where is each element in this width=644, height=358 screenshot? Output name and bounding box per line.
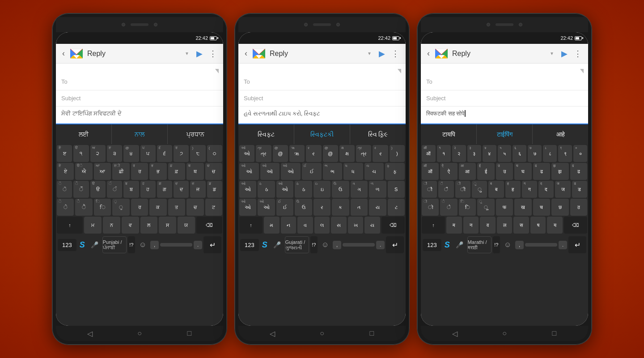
shift-key-3[interactable]: ↑ [422,217,445,234]
key-3-0-0[interactable]: ऑऑ [422,145,436,162]
key-1-0-6[interactable]: ੬੬ [157,145,172,162]
punctuation-key-2[interactable]: !? [310,236,318,253]
key-1-1-6[interactable]: ਫ਼ਫ਼ [168,163,185,180]
key-2-4-2[interactable]: ન [281,217,297,234]
key-1-1-2[interactable]: ਆਆ [94,163,111,180]
emoji-key-1[interactable]: ☺ [136,239,149,251]
key-2-4-4[interactable]: લ [314,217,330,234]
shift-key-1[interactable]: ↑ [57,217,83,234]
key-3-1-8[interactable]: ढढ [570,163,587,180]
key-2-0-9[interactable]: )) [390,145,405,162]
key-3-0-5[interactable]: ५५ [498,145,512,162]
key-3-3-0[interactable]: ोो [422,199,439,216]
key-2-4-7[interactable]: ય [364,217,380,234]
compose-subject-row-2[interactable]: Subject [238,90,406,107]
key-2-0-8[interactable]: રર [373,145,388,162]
expand-icon-1[interactable] [215,69,219,73]
key-3-1-6[interactable]: ढढ [533,163,550,180]
key-1-0-1[interactable]: ੳ੧ [73,145,89,162]
key-1-4-4[interactable]: ਲ [140,217,158,234]
key-2-1-4[interactable]: ભભ [323,163,343,180]
autocomplete-item-1-2[interactable]: ਪ੍ਰਧਾਨ [168,124,223,144]
key-1-0-3[interactable]: ੲ੩ [107,145,122,162]
key-2-2-3[interactable]: ઠઠ [295,181,312,198]
send-button-3[interactable]: ▶ [558,47,571,60]
compose-body-1[interactable]: ਸੇਵੀ ਟਾਇਪਿੰਗ ਸਵਿਫਟਕੀ ਦੇ [56,107,223,124]
send-button-1[interactable]: ▶ [193,47,206,60]
key-2-2-5[interactable]: ઉઉ [332,181,349,198]
mic-1[interactable]: 🎤 [88,241,101,249]
compose-subject-row-3[interactable]: Subject [421,90,588,107]
key-3-4-2[interactable]: न [463,217,479,234]
key-2-2-0[interactable]: ઓઓ [239,181,256,198]
key-1-0-9[interactable]: (੦ [207,145,222,162]
key-3-0-9[interactable]: ९९ [558,145,572,162]
nav-recent-1[interactable]: □ [165,329,214,337]
key-1-2-5[interactable]: ਹਹ [140,181,156,198]
nav-back-3[interactable]: ◁ [430,329,479,338]
key-3-4-1[interactable]: म [446,217,462,234]
key-3-2-8[interactable]: जज [555,181,570,198]
enter-key-3[interactable]: ↵ [568,236,586,253]
key-2-3-5[interactable]: ક [332,199,349,216]
key-3-1-1[interactable]: ऐऐ [440,163,457,180]
key-3-2-1[interactable]: ैै [438,181,453,198]
key-2-3-7[interactable]: ય [369,199,386,216]
num-key-3[interactable]: 123 [423,239,441,251]
compose-to-row-1[interactable]: To [56,73,223,90]
key-2-4-3[interactable]: વ [297,217,313,234]
key-3-0-10[interactable]: ०० [573,145,587,162]
nav-recent-2[interactable]: □ [347,329,397,337]
key-1-0-2[interactable]: ਅ੨ [90,145,106,162]
compose-body-3[interactable]: स्विफटकी सह सोपे​ [421,107,588,124]
key-2-3-8[interactable]: ટ [388,199,405,216]
space-key-2[interactable] [343,243,375,247]
key-1-2-7[interactable]: ਦਦ [174,181,189,198]
key-2-2-7[interactable]: ળળ [369,181,386,198]
key-2-1-5[interactable]: ધધ [343,163,363,180]
dropdown-icon-1[interactable]: ▼ [185,51,189,56]
key-1-3-7[interactable]: ਚ [186,199,203,216]
key-2-0-4[interactable]: રર [306,145,321,162]
punctuation-key-3[interactable]: !? [493,236,500,253]
key-1-2-0[interactable]: ੋੋ [57,181,72,198]
enter-key-1[interactable]: ↵ [203,236,221,253]
key-1-4-5[interactable]: ਸ [159,217,176,234]
key-1-2-8[interactable]: ਜਜ [190,181,205,198]
key-3-4-6[interactable]: ष [530,217,546,234]
key-2-0-1[interactable]: ત્રત્ર [256,145,271,162]
comma-key-1[interactable]: , [150,241,159,249]
key-2-1-2[interactable]: ઓઓ [281,163,301,180]
key-3-3-5[interactable]: ख [514,199,531,216]
key-1-1-0[interactable]: ੲੋਏ [57,163,74,180]
key-3-0-4[interactable]: ४४ [483,145,496,162]
key-1-3-1[interactable]: ੈੈ [75,199,92,216]
autocomplete-item-2-0[interactable]: સ્વિફ્ટ [238,124,294,144]
key-2-1-1[interactable]: ઓઑ [260,163,280,180]
key-3-0-3[interactable]: ३३ [467,145,481,162]
key-1-1-3[interactable]: ੲੀਛੀ [112,163,129,180]
autocomplete-item-2-2[interactable]: સ્વિ ફ઼િ૯ [350,124,406,144]
key-1-4-1[interactable]: ਮ [84,217,102,234]
key-2-0-2[interactable]: @@ [273,145,288,162]
key-1-2-9[interactable]: ਡਡ [207,181,222,198]
key-1-2-3[interactable]: ੰੰ [107,181,122,198]
key-1-0-5[interactable]: ਪਪ [140,145,156,162]
key-1-0-4[interactable]: @੪ [123,145,139,162]
key-2-4-5[interactable]: સ [331,217,347,234]
compose-to-row-2[interactable]: To [238,73,406,90]
key-3-0-6[interactable]: ६६ [513,145,526,162]
key-1-3-8[interactable]: ਟ [205,199,222,216]
key-3-2-4[interactable]: बब [488,181,504,198]
more-button-3[interactable]: ⋮ [571,47,585,60]
key-1-3-6[interactable]: ਤ [168,199,185,216]
key-2-3-2[interactable]: ઈઈ [276,199,293,216]
key-3-3-2[interactable]: िि [459,199,476,216]
autocomplete-item-3-2[interactable]: आहे [533,124,588,144]
period-key-2[interactable]: . [376,241,385,249]
key-2-2-4[interactable]: ઇઇ [314,181,330,198]
key-2-0-5[interactable]: @@ [323,145,338,162]
dropdown-icon-3[interactable]: ▼ [550,51,554,56]
nav-back-1[interactable]: ◁ [65,329,114,338]
key-3-0-7[interactable]: ७७ [528,145,542,162]
